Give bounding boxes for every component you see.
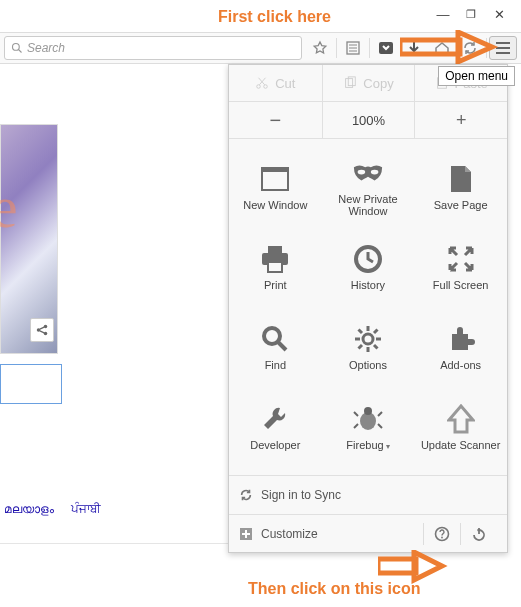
- find-icon: [259, 323, 291, 355]
- svg-line-38: [374, 330, 378, 334]
- puzzle-icon: [445, 323, 477, 355]
- quit-button[interactable]: [461, 520, 497, 548]
- svg-point-50: [441, 536, 443, 538]
- language-links: മലയാളം ਪੰਜਾਬੀ: [4, 502, 115, 516]
- history-button[interactable]: History: [322, 227, 415, 307]
- page-icon: [445, 163, 477, 195]
- sync-small-icon: [239, 488, 253, 502]
- mask-icon: [352, 157, 384, 189]
- svg-line-12: [40, 331, 44, 333]
- svg-line-37: [374, 345, 378, 349]
- search-input[interactable]: Search: [4, 36, 302, 60]
- toolbar: Search: [0, 32, 521, 64]
- update-scanner-button[interactable]: Update Scanner: [414, 387, 507, 467]
- plus-icon: [239, 527, 253, 541]
- svg-point-14: [264, 85, 268, 89]
- help-icon: [434, 526, 450, 542]
- selection-box: [0, 364, 62, 404]
- svg-point-23: [358, 170, 366, 175]
- svg-line-39: [358, 345, 362, 349]
- sign-in-sync-button[interactable]: Sign in to Sync: [229, 476, 507, 514]
- grid-label: Options: [349, 359, 387, 371]
- svg-rect-25: [268, 246, 282, 253]
- svg-line-43: [378, 412, 382, 416]
- grid-label: Save Page: [434, 199, 488, 211]
- pocket-icon[interactable]: [372, 34, 400, 62]
- svg-rect-22: [263, 172, 287, 189]
- grid-label: Update Scanner: [421, 439, 501, 451]
- grid-label: New Private Window: [326, 193, 411, 217]
- new-private-window-button[interactable]: New Private Window: [322, 147, 415, 227]
- hamburger-icon: [489, 36, 517, 60]
- svg-point-29: [264, 328, 280, 344]
- svg-line-45: [378, 424, 382, 428]
- svg-rect-53: [378, 559, 416, 573]
- options-button[interactable]: Options: [322, 307, 415, 387]
- copy-icon: [343, 76, 357, 90]
- addons-button[interactable]: Add-ons: [414, 307, 507, 387]
- cut-icon: [255, 76, 269, 90]
- svg-point-41: [364, 407, 372, 415]
- menu-tooltip: Open menu: [438, 66, 515, 86]
- svg-line-42: [354, 412, 358, 416]
- chevron-down-icon: ▾: [386, 442, 390, 451]
- download-icon[interactable]: [400, 34, 428, 62]
- new-window-button[interactable]: New Window: [229, 147, 322, 227]
- power-icon: [471, 526, 487, 542]
- reader-icon[interactable]: [339, 34, 367, 62]
- wrench-icon: [259, 403, 291, 435]
- svg-line-44: [354, 424, 358, 428]
- save-page-button[interactable]: Save Page: [414, 147, 507, 227]
- window-icon: [259, 163, 291, 195]
- annotation-bottom: Then click on this icon: [248, 580, 420, 598]
- svg-line-36: [358, 330, 362, 334]
- svg-point-10: [44, 332, 48, 336]
- gear-icon: [352, 323, 384, 355]
- grid-label: Add-ons: [440, 359, 481, 371]
- fullscreen-button[interactable]: Full Screen: [414, 227, 507, 307]
- search-placeholder: Search: [27, 41, 65, 55]
- firebug-button[interactable]: Firebug▾: [322, 387, 415, 467]
- copy-button[interactable]: Copy: [322, 65, 415, 101]
- copy-label: Copy: [363, 76, 393, 91]
- maximize-button[interactable]: ❐: [457, 4, 485, 24]
- svg-point-9: [44, 325, 48, 329]
- svg-point-13: [257, 85, 261, 89]
- home-icon[interactable]: [428, 34, 456, 62]
- grid-label: History: [351, 279, 385, 291]
- close-button[interactable]: ✕: [485, 4, 513, 24]
- lang-link-pa[interactable]: ਪੰਜਾਬੀ: [71, 502, 101, 516]
- svg-line-1: [19, 50, 22, 53]
- customize-row: Customize: [229, 514, 507, 552]
- minimize-button[interactable]: —: [429, 4, 457, 24]
- svg-line-30: [278, 342, 286, 350]
- svg-line-15: [260, 78, 266, 85]
- cut-button[interactable]: Cut: [229, 65, 322, 101]
- find-button[interactable]: Find: [229, 307, 322, 387]
- zoom-out-button[interactable]: −: [229, 102, 322, 138]
- share-icon[interactable]: [30, 318, 54, 342]
- grid-label: Firebug: [346, 439, 383, 451]
- print-icon: [259, 243, 291, 275]
- svg-line-11: [40, 327, 44, 329]
- lang-link-ml[interactable]: മലയാളം: [4, 502, 54, 516]
- firebug-icon: [352, 403, 384, 435]
- svg-rect-27: [268, 262, 282, 272]
- print-button[interactable]: Print: [229, 227, 322, 307]
- sync-icon[interactable]: [456, 34, 484, 62]
- fullscreen-icon: [445, 243, 477, 275]
- svg-point-31: [363, 334, 373, 344]
- help-button[interactable]: [424, 520, 460, 548]
- grid-label: Print: [264, 279, 287, 291]
- zoom-in-button[interactable]: +: [414, 102, 507, 138]
- grid-label: New Window: [243, 199, 307, 211]
- annotation-arrow-bottom: [378, 550, 448, 584]
- menu-button[interactable]: [489, 34, 517, 62]
- developer-button[interactable]: Developer: [229, 387, 322, 467]
- history-icon: [352, 243, 384, 275]
- zoom-level[interactable]: 100%: [322, 102, 415, 138]
- grid-label: Developer: [250, 439, 300, 451]
- up-arrow-icon: [445, 403, 477, 435]
- bookmark-star-icon[interactable]: [306, 34, 334, 62]
- customize-button[interactable]: Customize: [261, 527, 318, 541]
